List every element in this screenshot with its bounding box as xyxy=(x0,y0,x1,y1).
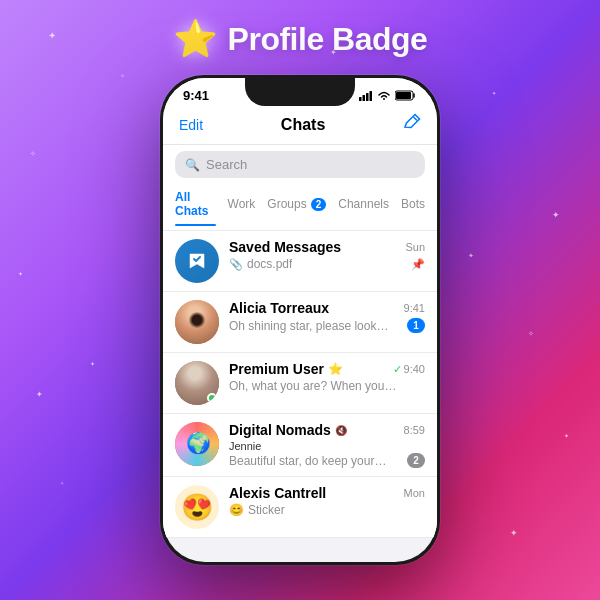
chat-preview-alexis: 😊 Sticker xyxy=(229,503,285,517)
avatar-alexis: 😍 xyxy=(175,485,219,529)
svg-rect-3 xyxy=(370,91,373,101)
unread-badge-digital: 2 xyxy=(407,453,425,468)
phone-notch xyxy=(245,78,355,106)
chat-name-alexis: Alexis Cantrell xyxy=(229,485,326,501)
clip-icon: 📎 xyxy=(229,258,243,271)
battery-icon xyxy=(395,90,417,101)
nav-title: Chats xyxy=(281,116,325,134)
svg-rect-5 xyxy=(396,92,411,99)
tab-channels[interactable]: Channels xyxy=(338,190,389,222)
chat-preview-digital: Beautiful star, do keep your eyes on me! xyxy=(229,454,389,468)
badge-star-icon: ⭐ xyxy=(173,18,218,60)
tab-bots[interactable]: Bots xyxy=(401,190,425,222)
chat-content-digital: Digital Nomads 🔇 8:59 Jennie Beautiful s… xyxy=(229,422,425,468)
avatar-alicia xyxy=(175,300,219,344)
search-container: 🔍 Search xyxy=(163,145,437,186)
chat-content-premium: Premium User ⭐ ✓ 9:40 Oh, what you are? … xyxy=(229,361,425,393)
chat-time-premium: ✓ 9:40 xyxy=(393,363,425,376)
chat-item-alexis[interactable]: 😍 Alexis Cantrell Mon 😊 Sticker xyxy=(163,477,437,538)
chat-name-premium: Premium User ⭐ xyxy=(229,361,343,377)
phone-screen: 9:41 xyxy=(163,78,437,562)
unread-badge-alicia: 1 xyxy=(407,318,425,333)
header-badge: ⭐ Profile Badge xyxy=(173,18,428,60)
pin-icon-saved: 📌 xyxy=(411,258,425,271)
sender-digital: Jennie xyxy=(229,440,425,452)
online-indicator-premium xyxy=(207,393,217,403)
avatar-premium xyxy=(175,361,219,405)
chat-content-saved: Saved Messages Sun 📎 docs.pdf 📌 xyxy=(229,239,425,271)
chat-time-saved: Sun xyxy=(405,241,425,253)
chat-item-premium[interactable]: Premium User ⭐ ✓ 9:40 Oh, what you are? … xyxy=(163,353,437,414)
svg-rect-1 xyxy=(363,95,366,101)
svg-rect-0 xyxy=(359,97,362,101)
search-placeholder: Search xyxy=(206,157,247,172)
chat-preview-alicia: Oh shining star, please look down for me… xyxy=(229,319,389,333)
chat-content-alicia: Alicia Torreaux 9:41 Oh shining star, pl… xyxy=(229,300,425,333)
wifi-icon xyxy=(377,91,391,101)
tab-all-chats[interactable]: All Chats xyxy=(175,190,216,222)
svg-rect-2 xyxy=(366,93,369,101)
avatar-digital: 🌍 xyxy=(175,422,219,466)
mute-icon-digital: 🔇 xyxy=(335,425,347,436)
search-icon: 🔍 xyxy=(185,158,200,172)
chat-preview-premium: Oh, what you are? When you look down at … xyxy=(229,379,399,393)
chat-item-saved[interactable]: Saved Messages Sun 📎 docs.pdf 📌 xyxy=(163,231,437,292)
chat-name-digital: Digital Nomads 🔇 xyxy=(229,422,347,438)
chat-time-alicia: 9:41 xyxy=(404,302,425,314)
chat-item-alicia[interactable]: Alicia Torreaux 9:41 Oh shining star, pl… xyxy=(163,292,437,353)
chat-content-alexis: Alexis Cantrell Mon 😊 Sticker xyxy=(229,485,425,517)
compose-button[interactable] xyxy=(403,113,421,136)
filter-tabs: All Chats Work Groups 2 Channels Bots xyxy=(163,186,437,231)
checkmark-icon-premium: ✓ xyxy=(393,363,402,376)
groups-badge: 2 xyxy=(311,198,327,211)
chat-name-saved: Saved Messages xyxy=(229,239,341,255)
badge-title: Profile Badge xyxy=(228,21,428,58)
chat-time-digital: 8:59 xyxy=(404,424,425,436)
status-time: 9:41 xyxy=(183,88,209,103)
signal-icon xyxy=(359,91,373,101)
search-bar[interactable]: 🔍 Search xyxy=(175,151,425,178)
chat-name-alicia: Alicia Torreaux xyxy=(229,300,329,316)
premium-star-icon: ⭐ xyxy=(328,362,343,376)
chat-time-alexis: Mon xyxy=(404,487,425,499)
chat-item-digital[interactable]: 🌍 Digital Nomads 🔇 8:59 Jennie Beautiful… xyxy=(163,414,437,477)
tab-groups[interactable]: Groups 2 xyxy=(267,190,326,222)
phone-frame: 9:41 xyxy=(160,75,440,565)
avatar-saved xyxy=(175,239,219,283)
chat-preview-saved: 📎 docs.pdf xyxy=(229,257,292,271)
tab-work[interactable]: Work xyxy=(228,190,256,222)
edit-button[interactable]: Edit xyxy=(179,117,203,133)
chat-list: Saved Messages Sun 📎 docs.pdf 📌 xyxy=(163,231,437,538)
nav-bar: Edit Chats xyxy=(163,107,437,145)
status-icons xyxy=(359,90,417,101)
